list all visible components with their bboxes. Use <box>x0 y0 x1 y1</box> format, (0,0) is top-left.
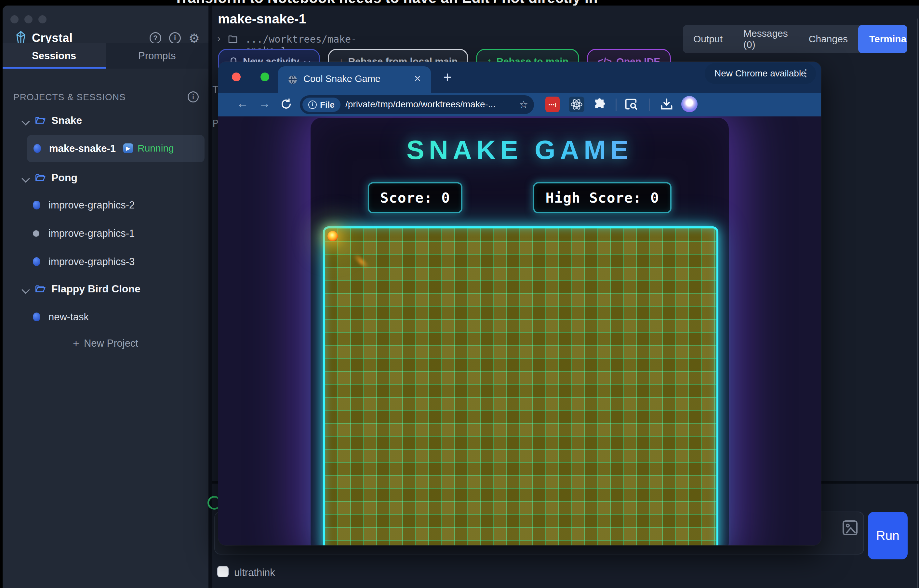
lastpass-extension-icon[interactable]: •••| <box>545 97 560 112</box>
minimize-window-button[interactable] <box>218 73 227 81</box>
toolbar-separator <box>615 99 617 111</box>
plus-icon: + <box>73 337 79 350</box>
toolbar-separator <box>649 99 650 111</box>
chip-label: File <box>320 100 334 110</box>
sidebar-item-make-snake-1[interactable]: make-snake-1 ▶ Running <box>27 135 205 162</box>
gear-icon[interactable]: ⚙ <box>189 32 201 45</box>
chevron-down-icon[interactable] <box>21 117 30 125</box>
folder-icon <box>228 34 238 44</box>
project-label: Flappy Bird Clone <box>52 283 141 295</box>
project-label: Pong <box>52 172 78 184</box>
section-title: PROJECTS & SESSIONS <box>13 92 126 102</box>
react-devtools-extension-icon[interactable] <box>569 97 585 112</box>
sidebar-item-flappy-bird-clone[interactable]: Flappy Bird Clone <box>3 282 208 297</box>
folder-open-icon <box>34 172 46 183</box>
session-label: improve-graphics-1 <box>48 228 135 239</box>
zoom-window-button[interactable] <box>260 73 269 81</box>
download-icon[interactable] <box>659 97 674 112</box>
view-tabs: Output Messages (0) Changes Terminal <box>683 25 907 53</box>
ultrathink-label[interactable]: ultrathink <box>234 567 275 578</box>
minimize-window-button[interactable] <box>24 15 32 23</box>
session-dot-icon <box>33 230 39 237</box>
game-board[interactable] <box>323 226 718 545</box>
session-label: make-snake-1 <box>49 143 116 155</box>
chevron-down-icon[interactable] <box>21 174 30 183</box>
project-label: Snake <box>52 115 82 126</box>
tab-messages[interactable]: Messages (0) <box>733 25 798 53</box>
attach-image-icon[interactable] <box>841 519 859 537</box>
browser-tab[interactable]: Cool Snake Game ✕ <box>278 66 431 93</box>
chrome-window: Cool Snake Game ✕ + ← → i File /private/… <box>218 62 821 545</box>
app-title: Crystal <box>32 31 73 45</box>
close-window-button[interactable] <box>232 73 241 81</box>
session-label: new-task <box>48 311 89 323</box>
inspect-element-icon[interactable] <box>623 97 638 112</box>
new-project-button[interactable]: +New Project <box>3 337 208 352</box>
tab-terminal[interactable]: Terminal <box>858 25 907 53</box>
sidebar-tabs: Sessions Prompts <box>3 43 208 69</box>
file-scheme-chip[interactable]: i File <box>302 98 341 112</box>
session-dot-icon <box>33 201 40 210</box>
pane-edge <box>917 19 918 588</box>
sidebar: Crystal ? i ⚙ Sessions Prompts PROJECTS … <box>3 5 208 588</box>
reload-icon[interactable] <box>279 97 293 111</box>
info-icon: i <box>308 100 317 109</box>
snake-trail <box>353 253 370 270</box>
forward-icon[interactable]: → <box>258 97 271 110</box>
bookmark-star-icon[interactable]: ☆ <box>519 99 528 111</box>
chrome-update-button[interactable]: New Chrome available ⋮ <box>705 63 816 84</box>
score-box: Score: 0 <box>368 182 462 213</box>
game-container: SNAKE GAME Score: 0 High Score: 0 <box>310 118 729 545</box>
high-score-box: High Score: 0 <box>533 182 672 213</box>
sidebar-item-pong[interactable]: Pong <box>3 171 208 186</box>
section-info-icon[interactable]: i <box>187 91 199 102</box>
page-title: make-snake-1 <box>218 11 306 27</box>
score-value: Score: 0 <box>380 190 450 206</box>
new-project-label: New Project <box>84 338 138 349</box>
window-controls[interactable] <box>10 15 47 23</box>
chevron-down-icon[interactable] <box>21 286 30 294</box>
back-icon[interactable]: ← <box>236 97 249 110</box>
profile-avatar[interactable] <box>681 96 698 112</box>
crystal-app-window: Crystal ? i ⚙ Sessions Prompts PROJECTS … <box>3 5 919 588</box>
folder-open-icon <box>34 115 46 126</box>
background-window-text: Transform to Notebook needs to have an E… <box>174 0 610 5</box>
chrome-toolbar: ← → i File /private/tmp/demo/worktrees/m… <box>218 93 821 116</box>
globe-icon <box>287 74 298 85</box>
sidebar-item-improve-graphics-3[interactable]: improve-graphics-3 <box>3 255 208 270</box>
status-badge: Running <box>137 143 174 154</box>
game-title: SNAKE GAME <box>310 135 729 165</box>
food-dot <box>328 231 338 241</box>
tab-sessions[interactable]: Sessions <box>3 43 106 69</box>
new-tab-button[interactable]: + <box>443 69 452 85</box>
high-score-value: High Score: 0 <box>545 190 659 206</box>
sidebar-item-new-task[interactable]: new-task <box>3 310 208 325</box>
address-bar[interactable]: i File /private/tmp/demo/worktrees/make-… <box>300 95 534 114</box>
extensions-puzzle-icon[interactable] <box>593 97 607 111</box>
help-icon[interactable]: ? <box>150 32 162 45</box>
update-label: New Chrome available <box>714 68 806 79</box>
close-tab-icon[interactable]: ✕ <box>413 73 421 84</box>
ultrathink-checkbox[interactable] <box>217 566 229 577</box>
projects-section-header: PROJECTS & SESSIONS i <box>3 91 208 104</box>
tab-title: Cool Snake Game <box>304 73 381 84</box>
session-dot-icon <box>34 144 41 153</box>
folder-open-icon <box>34 283 46 295</box>
sidebar-item-improve-graphics-2[interactable]: improve-graphics-2 <box>3 198 208 213</box>
session-dot-icon <box>33 257 40 266</box>
tab-changes[interactable]: Changes <box>798 25 858 53</box>
screen: Transform to Notebook needs to have an E… <box>0 0 919 588</box>
maximize-window-button[interactable] <box>39 15 47 23</box>
sidebar-item-snake[interactable]: Snake <box>3 114 208 129</box>
snake-game-page: SNAKE GAME Score: 0 High Score: 0 <box>218 116 821 545</box>
url-text[interactable]: /private/tmp/demo/worktrees/make-... <box>346 99 496 110</box>
run-button[interactable]: Run <box>868 512 908 559</box>
sidebar-item-improve-graphics-1[interactable]: improve-graphics-1 <box>3 226 208 241</box>
tab-output[interactable]: Output <box>683 25 733 53</box>
close-window-button[interactable] <box>10 15 19 23</box>
kebab-menu-icon[interactable]: ⋮ <box>801 67 811 79</box>
info-icon[interactable]: i <box>169 32 181 45</box>
session-label: improve-graphics-3 <box>48 256 135 268</box>
chevron-right-icon[interactable]: › <box>217 33 220 44</box>
tab-prompts[interactable]: Prompts <box>106 43 209 69</box>
